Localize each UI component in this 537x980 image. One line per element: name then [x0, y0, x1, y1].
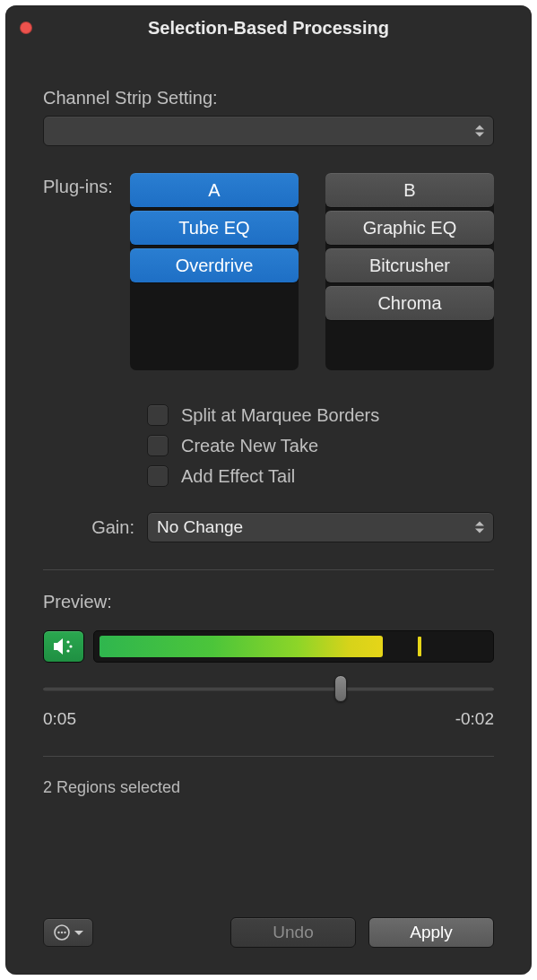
option-new-take-row: Create New Take: [147, 435, 494, 456]
effect-tail-label: Add Effect Tail: [181, 466, 295, 487]
meter-peak-tick: [418, 637, 421, 656]
close-window-button[interactable]: [20, 22, 32, 34]
split-checkbox[interactable]: [147, 404, 169, 426]
stepper-icon: [475, 126, 484, 137]
divider: [43, 756, 494, 757]
status-text: 2 Regions selected: [43, 778, 494, 797]
plugin-tube-eq[interactable]: Tube EQ: [130, 211, 299, 245]
actions-menu-button[interactable]: [43, 918, 93, 947]
preview-play-button[interactable]: [43, 630, 84, 663]
option-effect-tail-row: Add Effect Tail: [147, 465, 494, 487]
slider-thumb[interactable]: [334, 675, 347, 702]
apply-button[interactable]: Apply: [368, 917, 494, 948]
plugin-columns: A Tube EQ Overdrive B Graphic EQ Bitcrus…: [130, 173, 494, 370]
plugin-column-b: B Graphic EQ Bitcrusher Chroma: [325, 173, 494, 370]
time-remaining: -0:02: [455, 709, 494, 729]
plugins-section: Plug-ins: A Tube EQ Overdrive B Graphic …: [43, 173, 494, 370]
slider-track-line: [43, 687, 494, 691]
plugin-overdrive[interactable]: Overdrive: [130, 248, 299, 282]
titlebar: Selection-Based Processing: [5, 5, 532, 50]
column-b-header[interactable]: B: [325, 173, 494, 207]
column-a-header[interactable]: A: [130, 173, 299, 207]
footer: Undo Apply: [43, 917, 494, 975]
preview-row: [43, 630, 494, 663]
divider: [43, 569, 494, 570]
undo-button[interactable]: Undo: [230, 917, 356, 948]
svg-point-2: [66, 649, 69, 652]
speaker-icon: [53, 637, 74, 655]
time-elapsed: 0:05: [43, 709, 76, 729]
plugin-column-a: A Tube EQ Overdrive: [130, 173, 299, 370]
plugin-graphic-eq[interactable]: Graphic EQ: [325, 211, 494, 245]
split-label: Split at Marquee Borders: [181, 405, 379, 426]
plugin-chroma[interactable]: Chroma: [325, 286, 494, 320]
effect-tail-checkbox[interactable]: [147, 465, 169, 487]
gain-value: No Change: [157, 517, 243, 537]
gain-select[interactable]: No Change: [147, 512, 494, 542]
new-take-checkbox[interactable]: [147, 435, 169, 456]
new-take-label: Create New Take: [181, 436, 318, 456]
ellipsis-circle-icon: [54, 924, 70, 941]
position-slider[interactable]: [43, 686, 494, 691]
plugins-label: Plug-ins:: [43, 173, 116, 370]
chevron-down-icon: [74, 931, 83, 935]
content: Channel Strip Setting: Plug-ins: A Tube …: [5, 50, 532, 975]
time-row: 0:05 -0:02: [43, 709, 494, 729]
svg-point-1: [69, 645, 72, 647]
svg-point-5: [60, 932, 62, 933]
svg-point-0: [66, 640, 69, 643]
channel-strip-select[interactable]: [43, 116, 494, 146]
preview-label: Preview:: [43, 592, 494, 612]
options-section: Split at Marquee Borders Create New Take…: [147, 404, 494, 496]
svg-point-4: [57, 932, 59, 933]
window-title: Selection-Based Processing: [5, 18, 532, 39]
option-split-row: Split at Marquee Borders: [147, 404, 494, 426]
gain-row: Gain: No Change: [43, 512, 494, 542]
plugin-bitcrusher[interactable]: Bitcrusher: [325, 248, 494, 282]
svg-point-6: [64, 932, 65, 933]
window: Selection-Based Processing Channel Strip…: [5, 5, 532, 975]
stepper-icon: [475, 522, 484, 533]
channel-strip-label: Channel Strip Setting:: [43, 88, 494, 108]
gain-label: Gain:: [43, 517, 134, 538]
meter-bar: [100, 636, 383, 657]
level-meter: [93, 630, 494, 663]
